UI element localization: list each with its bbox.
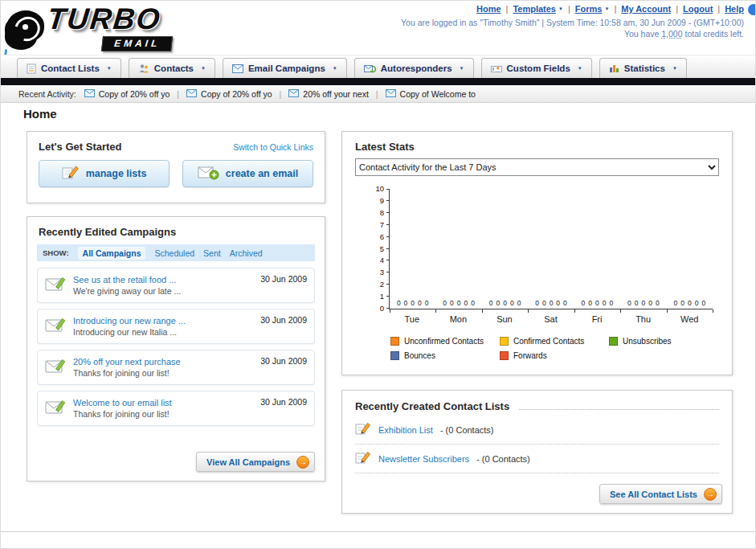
list-edit-icon xyxy=(355,422,371,437)
campaign-list: See us at the retail food ... We're givi… xyxy=(27,261,325,426)
y-axis-tick xyxy=(386,212,390,213)
x-axis-tick xyxy=(574,309,575,313)
legend-swatch xyxy=(500,351,509,360)
legend-item: Unconfirmed Contacts xyxy=(390,337,500,346)
campaign-title-link[interactable]: Introducing our new range ... xyxy=(73,316,186,326)
chevron-down-icon xyxy=(575,64,582,73)
recent-activity-item[interactable]: Copy of 20% off yo xyxy=(84,89,170,99)
separator xyxy=(713,4,725,14)
campaign-row[interactable]: Introducing our new range ... Introducin… xyxy=(37,309,315,344)
campaign-row[interactable]: Welcome to our email list Thanks for joi… xyxy=(37,391,315,426)
filter-scheduled[interactable]: Scheduled xyxy=(154,248,194,258)
custom-fields-icon: * xyxy=(491,64,502,73)
y-axis-tick xyxy=(386,308,390,309)
logo-swirl-icon xyxy=(7,10,44,43)
chart-value-group: 00000 xyxy=(667,299,713,307)
nav-label: Contacts xyxy=(154,64,194,73)
x-axis-tick xyxy=(620,309,621,313)
nav-email-campaigns[interactable]: Email Campaigns xyxy=(223,58,347,78)
campaign-edit-icon xyxy=(45,358,66,377)
footer-divider xyxy=(1,531,756,532)
filter-all-campaigns[interactable]: All Campaigns xyxy=(78,247,146,260)
link-home[interactable]: Home xyxy=(476,4,501,14)
nav-label: Contact Lists xyxy=(41,64,100,73)
campaign-filters: SHOW: All Campaigns Scheduled Sent Archi… xyxy=(37,244,315,261)
separator xyxy=(563,4,575,14)
contact-lists-icon xyxy=(27,64,36,74)
panel-title: Recently Created Contact Lists xyxy=(355,400,509,412)
link-my-account[interactable]: My Account xyxy=(621,4,671,14)
contact-list-row[interactable]: Exhibition List - (0 Contacts) xyxy=(355,416,719,445)
campaign-row[interactable]: See us at the retail food ... We're givi… xyxy=(37,268,315,303)
separator xyxy=(501,4,513,14)
x-axis-label: Sat xyxy=(528,314,574,324)
y-axis-tick xyxy=(386,260,390,260)
statistics-icon xyxy=(609,64,619,73)
envelope-icon xyxy=(186,89,197,99)
list-edit-icon xyxy=(355,451,371,466)
contact-list-link[interactable]: Exhibition List xyxy=(378,425,433,435)
y-axis-tick xyxy=(386,189,390,190)
link-templates[interactable]: Templates xyxy=(513,4,563,14)
recent-activity-text: Copy of 20% off yo xyxy=(201,89,272,99)
button-label: See All Contact Lists xyxy=(610,490,697,499)
campaign-subtitle: Thanks for joining our list! xyxy=(73,368,181,378)
y-axis-tick-label: 9 xyxy=(369,196,384,205)
logo-text-secondary: EMAIL xyxy=(101,36,173,51)
legend-item: Forwards xyxy=(500,351,609,360)
app-logo[interactable]: TURBO EMAIL xyxy=(6,4,215,51)
chart-value-group: 00000 xyxy=(528,299,574,307)
chart-value-group: 00000 xyxy=(482,299,528,307)
link-help[interactable]: Help xyxy=(725,4,744,14)
chart-value-group: 00000 xyxy=(574,299,620,307)
filter-archived[interactable]: Archived xyxy=(230,248,263,258)
stats-period-select[interactable]: Contact Activity for the Last 7 Days xyxy=(355,158,719,176)
campaign-date: 30 Jun 2009 xyxy=(260,356,307,366)
recent-contact-lists-panel: Recently Created Contact Lists Exhibitio… xyxy=(341,390,733,514)
campaign-edit-icon xyxy=(45,317,66,336)
legend-swatch xyxy=(390,337,399,346)
separator xyxy=(609,4,621,14)
chevron-down-icon xyxy=(198,64,206,73)
nav-contact-lists[interactable]: Contact Lists xyxy=(17,58,121,78)
y-axis-tick-label: 10 xyxy=(369,184,384,193)
filter-sent[interactable]: Sent xyxy=(203,248,221,258)
contact-list-row[interactable]: Newsletter Subscribers - (0 Contacts) xyxy=(355,445,719,473)
nav-statistics[interactable]: Statistics xyxy=(599,58,687,78)
y-axis-tick-label: 2 xyxy=(369,280,384,289)
campaign-title-link[interactable]: 20% off your next purchase xyxy=(73,357,181,367)
recent-activity-item[interactable]: Copy of Welcome to xyxy=(386,89,476,99)
button-label: manage lists xyxy=(86,168,147,179)
link-logout[interactable]: Logout xyxy=(683,4,713,14)
recent-activity-item[interactable]: 20% off your next xyxy=(288,89,369,99)
top-nav-links: HomeTemplatesFormsMy AccountLogoutHelp xyxy=(476,4,744,14)
nav-custom-fields[interactable]: * Custom Fields xyxy=(481,58,592,78)
legend-label: Unsubscribes xyxy=(623,337,672,346)
y-axis-tick-label: 6 xyxy=(369,232,384,241)
view-all-campaigns-button[interactable]: View All Campaigns xyxy=(196,452,315,472)
recent-activity-label: Recent Activity: xyxy=(18,89,76,99)
legend-swatch xyxy=(609,337,618,346)
contact-list-link[interactable]: Newsletter Subscribers xyxy=(378,454,469,464)
link-forms[interactable]: Forms xyxy=(575,4,610,14)
x-axis-label: Sun xyxy=(481,314,528,324)
panel-title: Recently Edited Campaigns xyxy=(27,217,325,244)
manage-lists-button[interactable]: manage lists xyxy=(39,160,170,187)
campaign-row[interactable]: 20% off your next purchase Thanks for jo… xyxy=(37,350,315,385)
chart-plot: 1098765432100000000000000000000000000000… xyxy=(389,189,713,309)
campaign-title-link[interactable]: Welcome to our email list xyxy=(73,398,172,408)
campaign-title-link[interactable]: See us at the retail food ... xyxy=(73,275,181,285)
recent-activity-bar: Recent Activity: Copy of 20% off yo Copy… xyxy=(1,85,756,103)
nav-contacts[interactable]: Contacts xyxy=(129,58,215,78)
separator xyxy=(369,89,386,99)
create-email-button[interactable]: create an email xyxy=(182,160,313,187)
see-all-contact-lists-button[interactable]: See All Contact Lists xyxy=(599,484,722,504)
switch-quick-links-link[interactable]: Switch to Quick Links xyxy=(233,142,313,152)
x-axis-label: Mon xyxy=(435,314,482,324)
dotted-divider xyxy=(519,409,719,410)
separator xyxy=(272,89,289,99)
get-started-panel: Let's Get Started Switch to Quick Links … xyxy=(27,131,325,203)
y-axis-tick-label: 1 xyxy=(369,292,384,301)
nav-autoresponders[interactable]: Autoresponders xyxy=(354,58,474,78)
recent-activity-item[interactable]: Copy of 20% off yo xyxy=(186,89,272,99)
